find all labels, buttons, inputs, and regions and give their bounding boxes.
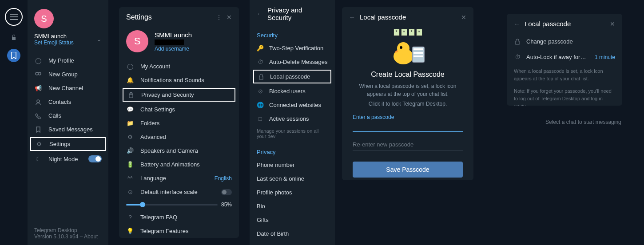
menu-item-contacts[interactable]: Contacts — [28, 95, 108, 109]
settings-item-scale[interactable]: ⊙ Default interface scale — [119, 185, 239, 199]
scale-value: 85% — [221, 202, 232, 208]
page-title: Settings — [126, 13, 211, 21]
privacy-label: Blocked users — [269, 88, 306, 95]
privacy-row-phone[interactable]: Phone number — [250, 158, 335, 172]
menu-item-night-mode[interactable]: ☾ Night Mode — [28, 152, 108, 166]
profile-header: S SMMLaunch Set Emoji Status ⌄ — [28, 9, 108, 50]
autolock-value: 1 minute — [595, 54, 615, 60]
close-button[interactable]: ✕ — [610, 20, 615, 28]
menu-item-profile[interactable]: ◯ My Profile — [28, 54, 108, 67]
privacy-label: Active sessions — [269, 115, 309, 122]
menu-item-new-channel[interactable]: 📢 New Channel — [28, 81, 108, 95]
change-passcode-item[interactable]: Change passcode — [507, 34, 622, 49]
footer-app-name: Telegram Desktop — [34, 227, 102, 233]
privacy-row-gifts[interactable]: Gifts — [250, 213, 335, 227]
privacy-item-localpasscode[interactable]: Local passcode — [253, 70, 331, 83]
page-title: Local passcode — [525, 20, 605, 28]
privacy-item-twostep[interactable]: 🔑 Two-Step Verification — [250, 41, 335, 55]
menu-item-new-group[interactable]: New Group — [28, 67, 108, 81]
settings-item-folders[interactable]: 📁 Folders — [119, 116, 239, 130]
svg-point-4 — [397, 42, 409, 55]
menu-label: Night Mode — [48, 156, 78, 162]
hamburger-button[interactable] — [5, 8, 23, 26]
saved-messages-button[interactable] — [7, 49, 20, 62]
phone-icon — [34, 113, 42, 119]
menu-label: New Channel — [48, 85, 83, 91]
reenter-passcode-field[interactable]: Re-enter new passcode — [353, 139, 463, 151]
menu-label: Contacts — [48, 99, 71, 105]
privacy-row-photos[interactable]: Profile photos — [250, 186, 335, 199]
settings-item-privacy[interactable]: Privacy and Security — [123, 88, 235, 102]
devices-icon: □ — [257, 115, 264, 122]
privacy-item-autodelete[interactable]: ⏱ Auto-Delete Messages — [250, 55, 335, 69]
privacy-row-forwarded[interactable]: Forwarded messages — [250, 241, 335, 245]
battery-icon: 🔋 — [126, 161, 134, 168]
key-icon: 🔑 — [257, 45, 264, 51]
close-button[interactable]: ✕ — [461, 14, 466, 21]
settings-item-advanced[interactable]: ⚙ Advanced — [119, 130, 239, 144]
footer-version[interactable]: Version 5.10.3 x64 – About — [34, 233, 102, 240]
settings-item-faq[interactable]: ? Telegram FAQ — [119, 210, 239, 224]
settings-label: Battery and Animations — [140, 161, 200, 168]
passcode-input[interactable] — [353, 121, 463, 132]
menu-item-calls[interactable]: Calls — [28, 109, 108, 122]
help-label: Telegram FAQ — [140, 214, 177, 221]
set-emoji-status[interactable]: Set Emoji Status — [34, 40, 102, 46]
speaker-icon: 🔊 — [126, 147, 134, 154]
settings-label: My Account — [140, 63, 170, 70]
settings-item-speakers[interactable]: 🔊 Speakers and Camera — [119, 144, 239, 158]
back-button[interactable]: ← — [349, 14, 355, 21]
settings-label: Folders — [140, 120, 159, 126]
settings-label: Notifications and Sounds — [140, 77, 204, 83]
scale-slider-row: 85% — [119, 199, 239, 210]
settings-name: SMMLaunch — [155, 31, 192, 39]
add-username[interactable]: Add username — [155, 46, 192, 52]
section-title: Security — [250, 28, 335, 41]
close-button[interactable]: ✕ — [227, 14, 232, 21]
privacy-item-sessions[interactable]: □ Active sessions — [250, 112, 335, 126]
enter-passcode-label: Enter a passcode — [353, 114, 394, 120]
night-mode-toggle[interactable] — [88, 155, 102, 162]
panel-header: ← Privacy and Security — [250, 0, 335, 28]
privacy-item-websites[interactable]: 🌐 Connected websites — [250, 98, 335, 112]
passcode-note-1: When a local passcode is set, a lock ico… — [507, 65, 622, 85]
privacy-row-dob[interactable]: Date of Birth — [250, 227, 335, 241]
back-button[interactable]: ← — [514, 20, 520, 28]
menu-item-saved[interactable]: Saved Messages — [28, 122, 108, 136]
chevron-down-icon[interactable]: ⌄ — [96, 36, 102, 43]
settings-item-battery[interactable]: 🔋 Battery and Animations — [119, 158, 239, 171]
group-icon — [34, 71, 42, 78]
bulb-icon: 💡 — [126, 228, 134, 234]
left-rail — [0, 0, 28, 245]
privacy-row-lastseen[interactable]: Last seen & online — [250, 172, 335, 186]
privacy-label: Two-Step Verification — [269, 45, 323, 51]
more-button[interactable]: ⋮ — [216, 14, 222, 21]
privacy-item-blocked[interactable]: ⊘ Blocked users — [250, 84, 335, 98]
settings-item-account[interactable]: ◯ My Account — [119, 59, 239, 73]
back-button[interactable]: ← — [257, 10, 263, 17]
settings-item-language[interactable]: ᴬᴬ Language English — [119, 171, 239, 185]
create-content: * * * * Create Local Passcode When a loc… — [342, 27, 473, 180]
gear-icon: ⚙ — [35, 141, 43, 147]
hamburger-icon — [10, 14, 18, 20]
panel-header: ← Local passcode ✕ — [342, 7, 473, 27]
settings-item-features[interactable]: 💡 Telegram Features — [119, 224, 239, 238]
settings-panel: Settings ⋮ ✕ S SMMLaunch Add username ◯ … — [119, 7, 239, 238]
block-icon: ⊘ — [257, 88, 264, 95]
settings-label: Speakers and Camera — [140, 147, 198, 154]
lock-icon[interactable] — [10, 34, 17, 41]
scale-slider[interactable] — [126, 204, 218, 205]
settings-item-chat[interactable]: 💬 Chat Settings — [119, 103, 239, 116]
scale-toggle[interactable] — [221, 189, 232, 195]
panel-header: Settings ⋮ ✕ — [119, 7, 239, 28]
menu-item-settings[interactable]: ⚙ Settings — [30, 137, 106, 151]
moon-icon: ☾ — [34, 156, 42, 162]
save-passcode-button[interactable]: Save Passcode — [353, 162, 463, 178]
avatar[interactable]: S — [34, 9, 54, 28]
avatar[interactable]: S — [126, 30, 148, 52]
app-footer: Telegram Desktop Version 5.10.3 x64 – Ab… — [28, 227, 108, 245]
privacy-row-bio[interactable]: Bio — [250, 199, 335, 213]
settings-item-notifications[interactable]: 🔔 Notifications and Sounds — [119, 73, 239, 87]
autolock-item[interactable]: ⏱ Auto-Lock if away for… 1 minute — [507, 49, 622, 65]
timer-icon: ⏱ — [514, 54, 521, 60]
